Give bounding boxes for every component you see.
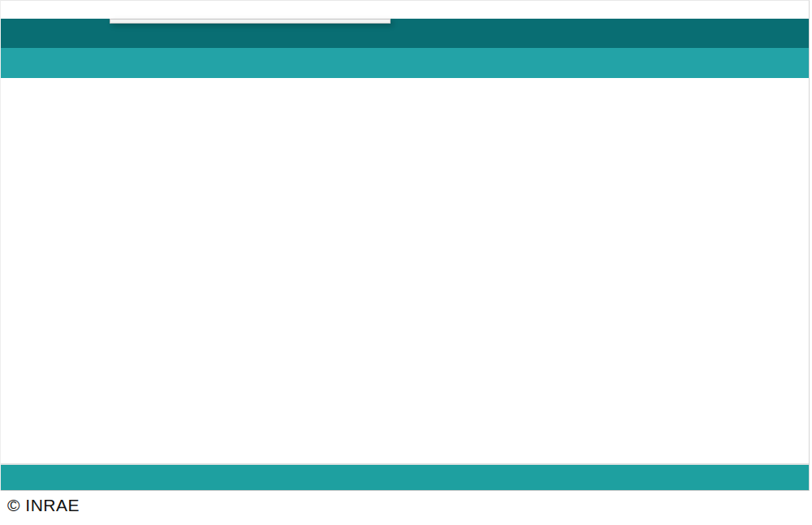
menu-bar <box>1 1 809 19</box>
copyright-caption: © INRAE <box>7 496 80 515</box>
tools-dropdown-menu <box>110 19 391 24</box>
status-bar <box>1 463 809 491</box>
page: © INRAE <box>0 0 812 525</box>
sketch-tab-strip <box>1 48 809 78</box>
arduino-ide-window <box>0 0 810 491</box>
code-editor[interactable] <box>1 78 809 463</box>
